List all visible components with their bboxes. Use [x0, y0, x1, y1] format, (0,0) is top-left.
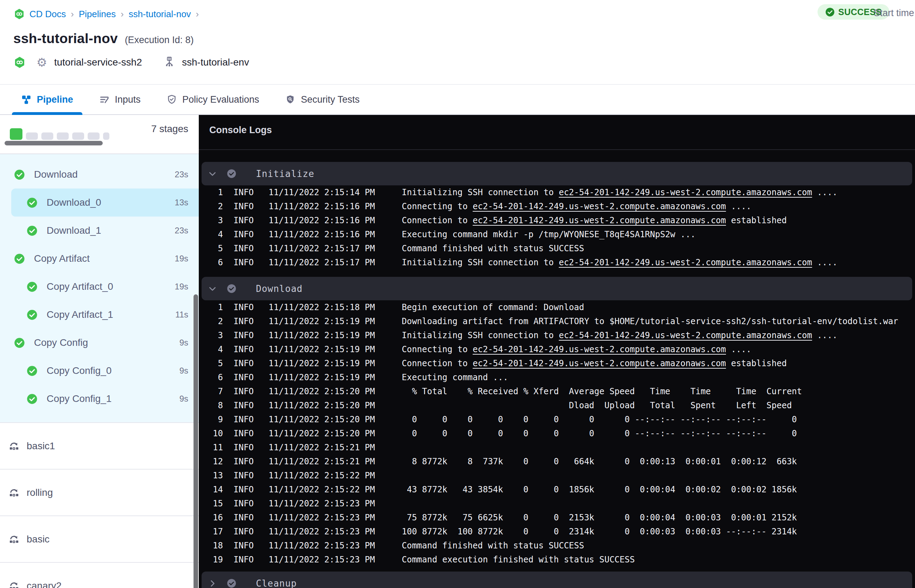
- stage-row-copy-config-0[interactable]: Copy Config_09s: [0, 357, 199, 385]
- rollback-row-basic1[interactable]: basic1: [0, 423, 199, 470]
- log-line: 11INFO11/11/2022 2:15:21 PM: [199, 441, 915, 454]
- log-timestamp: 11/11/2022 2:15:21 PM: [268, 457, 376, 467]
- log-text: Initializing SSH connection to: [402, 330, 559, 340]
- stage-duration: 11s: [175, 310, 188, 320]
- stage-row-download-1[interactable]: Download_123s: [0, 216, 199, 245]
- log-line: 8INFO11/11/2022 2:15:20 PM Dload Upload …: [199, 398, 915, 412]
- log-level: INFO: [233, 527, 254, 536]
- log-level: INFO: [233, 187, 254, 197]
- chevron-down-icon: [208, 169, 217, 178]
- success-check-icon: [14, 254, 25, 264]
- title-row: ssh-tutorial-nov (Execution Id: 8): [13, 31, 194, 46]
- success-check-icon: [27, 394, 37, 404]
- breadcrumb-link-pipeline[interactable]: ssh-tutorial-nov: [129, 9, 191, 19]
- log-line-number: 5: [210, 244, 223, 254]
- rollback-row-canary2[interactable]: canary2: [0, 563, 199, 588]
- harness-cd-icon: [14, 8, 24, 19]
- service-name[interactable]: tutorial-service-ssh2: [54, 57, 142, 68]
- tab-pipeline[interactable]: Pipeline: [12, 85, 82, 114]
- log-level: INFO: [233, 330, 254, 340]
- pipeline-icon: [21, 94, 32, 105]
- rollback-label: canary2: [27, 580, 62, 588]
- log-message: Executing command ...: [402, 373, 508, 382]
- stage-row-download-0[interactable]: Download_013s: [11, 189, 199, 216]
- progress-segment: [41, 132, 53, 140]
- log-level: INFO: [233, 471, 254, 480]
- log-message: Begin execution of command: Download: [402, 302, 584, 312]
- stage-progress-row: 7 stages: [0, 115, 199, 154]
- chevron-right-icon: ›: [121, 9, 124, 19]
- log-timestamp: 11/11/2022 2:15:20 PM: [268, 415, 376, 424]
- stage-row-copy-config-1[interactable]: Copy Config_19s: [0, 385, 199, 413]
- stage-row-download[interactable]: Download23s: [0, 160, 199, 189]
- log-section-header-initialize[interactable]: Initialize: [202, 162, 912, 185]
- log-line: 6INFO11/11/2022 2:15:19 PMExecuting comm…: [199, 370, 915, 384]
- log-text: Dload Upload Total Spent Left Speed: [402, 401, 792, 410]
- log-host-link[interactable]: ec2-54-201-142-249.us-west-2.compute.ama…: [559, 258, 812, 267]
- environment-name[interactable]: ssh-tutorial-env: [182, 57, 249, 68]
- log-line-number: 1: [210, 302, 223, 312]
- breadcrumb-link-pipelines[interactable]: Pipelines: [79, 9, 116, 19]
- log-text: Connecting to: [402, 202, 472, 211]
- log-line: 4INFO11/11/2022 2:15:16 PMExecuting comm…: [199, 228, 915, 241]
- stage-row-copy-artifact-1[interactable]: Copy Artifact_111s: [0, 300, 199, 329]
- log-message: 100 8772k 100 8772k 0 0 2314k 0 0:00:03 …: [402, 527, 797, 536]
- log-text: 43 8772k 43 3854k 0 0 1856k 0 0:00:04 0:…: [402, 485, 797, 494]
- shield-check-icon: [167, 94, 177, 105]
- log-text: Initializing SSH connection to: [402, 187, 559, 197]
- log-level: INFO: [233, 244, 254, 254]
- tab-security-tests[interactable]: Security Tests: [276, 85, 369, 114]
- breadcrumb-link-project[interactable]: CD Docs: [29, 9, 66, 19]
- log-text: established: [726, 359, 787, 368]
- stage-label: Copy Artifact: [34, 253, 90, 264]
- log-host-link[interactable]: ec2-54-201-142-249.us-west-2.compute.ama…: [472, 344, 726, 354]
- log-host-link[interactable]: ec2-54-201-142-249.us-west-2.compute.ama…: [559, 330, 812, 340]
- log-text: ....: [726, 202, 751, 211]
- stage-row-copy-artifact[interactable]: Copy Artifact19s: [0, 245, 199, 273]
- tab-label: Pipeline: [37, 94, 73, 105]
- log-section-header-download[interactable]: Download: [202, 277, 912, 300]
- log-text: Initializing SSH connection to: [402, 258, 559, 267]
- vertical-scrollbar[interactable]: [194, 294, 198, 588]
- stage-progress-segments: [10, 128, 109, 140]
- log-message: Command execution finished with status S…: [402, 555, 635, 565]
- log-message: Downloading artifact from ARTIFACTORY to…: [402, 317, 898, 326]
- stage-duration: 9s: [179, 394, 188, 404]
- log-line: 1INFO11/11/2022 2:15:18 PMBegin executio…: [199, 300, 915, 314]
- console-logs-panel: Console Logs Initialize1INFO11/11/2022 2…: [199, 115, 915, 588]
- log-host-link[interactable]: ec2-54-201-142-249.us-west-2.compute.ama…: [559, 187, 812, 197]
- log-text: Connection to: [402, 215, 472, 225]
- horizontal-scrollbar[interactable]: [5, 141, 103, 145]
- log-text: ....: [726, 344, 751, 354]
- execution-id-label: (Execution Id: 8): [125, 35, 194, 45]
- log-text: Connection to: [402, 359, 472, 368]
- stage-row-copy-artifact-0[interactable]: Copy Artifact_019s: [0, 273, 199, 300]
- log-level: INFO: [233, 443, 254, 452]
- log-timestamp: 11/11/2022 2:15:19 PM: [268, 344, 376, 354]
- rollback-row-rolling[interactable]: rolling: [0, 470, 199, 516]
- log-level: INFO: [233, 386, 254, 396]
- stage-duration: 23s: [175, 170, 188, 179]
- tab-policy-evaluations[interactable]: Policy Evaluations: [157, 85, 268, 114]
- log-text: 0 0 0 0 0 0 0 0 --:--:-- --:--:-- --:--:…: [402, 415, 797, 424]
- log-timestamp: 11/11/2022 2:15:22 PM: [268, 485, 376, 494]
- log-text: Executing command ...: [402, 373, 508, 382]
- log-line: 5INFO11/11/2022 2:15:19 PMConnection to …: [199, 356, 915, 370]
- log-timestamp: 11/11/2022 2:15:17 PM: [268, 258, 376, 267]
- success-check-icon: [27, 197, 37, 208]
- log-line-number: 6: [210, 373, 223, 382]
- rollback-row-basic[interactable]: basic: [0, 516, 199, 563]
- log-section-header-cleanup[interactable]: Cleanup: [202, 572, 912, 588]
- log-timestamp: 11/11/2022 2:15:21 PM: [268, 443, 376, 452]
- log-host-link[interactable]: ec2-54-201-142-249.us-west-2.compute.ama…: [472, 359, 726, 368]
- log-text: 8 8772k 8 737k 0 0 664k 0 0:00:13 0:00:0…: [402, 457, 797, 467]
- stage-duration: 9s: [179, 338, 188, 347]
- log-host-link[interactable]: ec2-54-201-142-249.us-west-2.compute.ama…: [472, 215, 726, 225]
- log-host-link[interactable]: ec2-54-201-142-249.us-west-2.compute.ama…: [472, 202, 726, 211]
- log-timestamp: 11/11/2022 2:15:20 PM: [268, 428, 376, 438]
- stage-row-copy-config[interactable]: Copy Config9s: [0, 329, 199, 357]
- log-level: INFO: [233, 513, 254, 522]
- log-level: INFO: [233, 215, 254, 225]
- tab-inputs[interactable]: Inputs: [90, 85, 150, 114]
- log-level: INFO: [233, 428, 254, 438]
